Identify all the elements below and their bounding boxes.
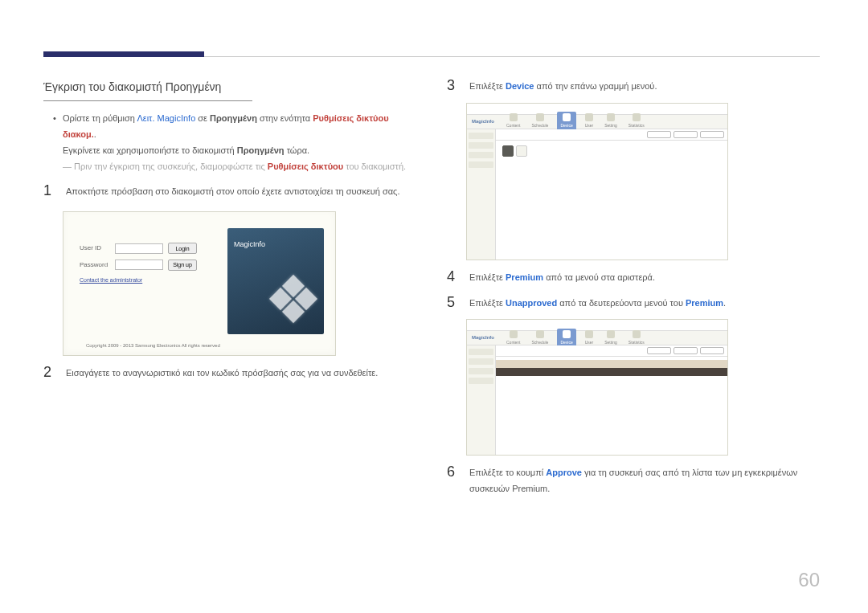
statistics-icon bbox=[633, 113, 641, 121]
step-6: 6 Επιλέξτε το κουμπί Approve για τη συσκ… bbox=[447, 464, 820, 497]
view-buttons bbox=[502, 145, 527, 157]
app-screenshot-step5: MagicInfo Content Schedule Device User S… bbox=[466, 319, 728, 456]
toolbar-btn[interactable] bbox=[674, 131, 698, 138]
login-copyright: Copyright 2009 - 2013 Samsung Electronic… bbox=[86, 341, 220, 350]
text-fragment: από την επάνω γραμμή μενού. bbox=[534, 81, 657, 91]
menu-user[interactable]: User bbox=[583, 330, 596, 346]
text-fragment: από τα δευτερεύοντα μενού του bbox=[557, 298, 686, 308]
text-fragment: ― Πριν την έγκριση της συσκευής, διαμορφ… bbox=[63, 161, 268, 171]
text-fragment: Επιλέξτε bbox=[469, 298, 506, 308]
section-heading: Έγκριση του διακομιστή Προηγμένη bbox=[43, 77, 252, 101]
page-number: 60 bbox=[798, 562, 820, 597]
device-icon bbox=[563, 330, 571, 338]
text-blue-magicinfo: Λειτ. MagicInfo bbox=[137, 113, 195, 123]
setting-icon bbox=[607, 113, 615, 121]
dash-note: ― Πριν την έγκριση της συσκευής, διαμορφ… bbox=[43, 159, 416, 175]
step-5: 5 Επιλέξτε Unapproved από τα δευτερεύοντ… bbox=[447, 294, 820, 312]
menu-content[interactable]: Content bbox=[504, 113, 523, 129]
menu-statistics[interactable]: Statistics bbox=[626, 330, 647, 346]
app-top-menu: MagicInfo Content Schedule Device User S… bbox=[467, 115, 727, 129]
text-fragment: στην ενότητα bbox=[257, 113, 313, 123]
toolbar-btn[interactable] bbox=[700, 347, 724, 354]
step-number: 4 bbox=[447, 268, 458, 286]
sidebar-row[interactable] bbox=[469, 142, 493, 149]
text-fragment: . bbox=[94, 129, 96, 139]
sidebar-row[interactable] bbox=[469, 349, 493, 355]
text-blue-unapproved: Unapproved bbox=[506, 298, 557, 308]
sidebar-row[interactable] bbox=[469, 368, 493, 374]
view-btn[interactable] bbox=[516, 145, 527, 157]
content-icon bbox=[510, 330, 518, 338]
text-blue-premium: Premium bbox=[506, 272, 543, 282]
userid-input[interactable] bbox=[115, 243, 163, 254]
app-body bbox=[467, 345, 727, 455]
signup-button[interactable]: Sign up bbox=[168, 260, 197, 271]
schedule-icon bbox=[536, 113, 544, 121]
menu-schedule[interactable]: Schedule bbox=[530, 330, 551, 346]
app-sidebar bbox=[467, 345, 496, 455]
brand-shapes bbox=[263, 270, 319, 326]
table-data-row[interactable] bbox=[496, 368, 727, 376]
app-brand: MagicInfo bbox=[472, 333, 494, 342]
toolbar-btn[interactable] bbox=[647, 131, 671, 138]
toolbar-btn[interactable] bbox=[700, 131, 724, 138]
text-fragment: Εγκρίνετε και χρησιμοποιήστε το διακομισ… bbox=[63, 145, 237, 155]
text-bold-advanced2: Προηγμένη bbox=[237, 145, 285, 155]
login-form-area: User ID Login Password Sign up Contact t… bbox=[80, 243, 216, 285]
text-fragment: του διακομιστή. bbox=[343, 161, 406, 171]
step-3: 3 Επιλέξτε Device από την επάνω γραμμή μ… bbox=[447, 77, 820, 95]
text-blue-approve: Approve bbox=[546, 468, 582, 477]
header-accent-bar bbox=[43, 51, 204, 57]
sidebar-row[interactable] bbox=[469, 358, 493, 365]
toolbar-btn[interactable] bbox=[674, 347, 698, 354]
header-rule bbox=[204, 56, 820, 57]
menu-content[interactable]: Content bbox=[504, 330, 523, 346]
step-number: 2 bbox=[43, 364, 55, 382]
toolbar-btn[interactable] bbox=[647, 347, 671, 354]
text-fragment: σε bbox=[195, 113, 210, 123]
text-fragment: Ορίστε τη ρύθμιση bbox=[63, 113, 137, 123]
text-fragment: από τα μενού στα αριστερά. bbox=[543, 272, 655, 282]
text-red-netsettings: Ρυθμίσεις δικτύου bbox=[268, 161, 343, 171]
contact-admin-link[interactable]: Contact the administrator bbox=[80, 276, 216, 286]
password-input[interactable] bbox=[115, 260, 163, 270]
menu-setting[interactable]: Setting bbox=[602, 330, 620, 346]
step-text: Επιλέξτε Unapproved από τα δευτερεύοντα … bbox=[469, 294, 820, 312]
menu-schedule[interactable]: Schedule bbox=[530, 113, 551, 129]
statistics-icon bbox=[633, 330, 641, 338]
menu-setting[interactable]: Setting bbox=[602, 113, 620, 129]
menu-device[interactable]: Device bbox=[557, 112, 575, 131]
view-btn-selected[interactable] bbox=[502, 145, 514, 157]
app-toolbar bbox=[496, 129, 727, 141]
step-1: 1 Αποκτήστε πρόσβαση στο διακομιστή στον… bbox=[43, 182, 416, 200]
step-number: 5 bbox=[447, 294, 458, 312]
bullet-setting: Ορίστε τη ρύθμιση Λειτ. MagicInfo σε Προ… bbox=[43, 111, 416, 143]
user-icon bbox=[585, 113, 593, 121]
sidebar-row[interactable] bbox=[469, 133, 493, 139]
menu-device[interactable]: Device bbox=[557, 329, 575, 348]
login-brand-panel: MagicInfo bbox=[227, 228, 324, 334]
step-text: Αποκτήστε πρόσβαση στο διακομιστή στον ο… bbox=[66, 182, 416, 200]
sidebar-row[interactable] bbox=[469, 152, 493, 158]
sidebar-row[interactable] bbox=[469, 378, 493, 384]
step-4: 4 Επιλέξτε Premium από τα μενού στα αρισ… bbox=[447, 268, 820, 286]
userid-row: User ID Login bbox=[80, 243, 216, 254]
sidebar-row[interactable] bbox=[469, 161, 493, 168]
menu-statistics[interactable]: Statistics bbox=[626, 113, 647, 129]
text-fragment: . bbox=[723, 298, 726, 308]
text-blue-device: Device bbox=[506, 81, 534, 91]
userid-label: User ID bbox=[80, 243, 110, 254]
content-icon bbox=[510, 113, 518, 121]
app-toolbar bbox=[496, 345, 727, 357]
setting-icon bbox=[607, 330, 615, 338]
step-number: 3 bbox=[447, 77, 458, 95]
text-fragment: Επιλέξτε bbox=[469, 272, 506, 282]
password-row: Password Sign up bbox=[80, 260, 216, 271]
step-number: 1 bbox=[43, 182, 55, 200]
text-blue-premium2: Premium bbox=[686, 298, 723, 308]
right-column: 3 Επιλέξτε Device από την επάνω γραμμή μ… bbox=[447, 77, 820, 497]
menu-user[interactable]: User bbox=[583, 113, 596, 129]
step-text: Επιλέξτε Premium από τα μενού στα αριστε… bbox=[469, 268, 820, 286]
login-button[interactable]: Login bbox=[168, 243, 197, 254]
app-body bbox=[467, 129, 727, 260]
